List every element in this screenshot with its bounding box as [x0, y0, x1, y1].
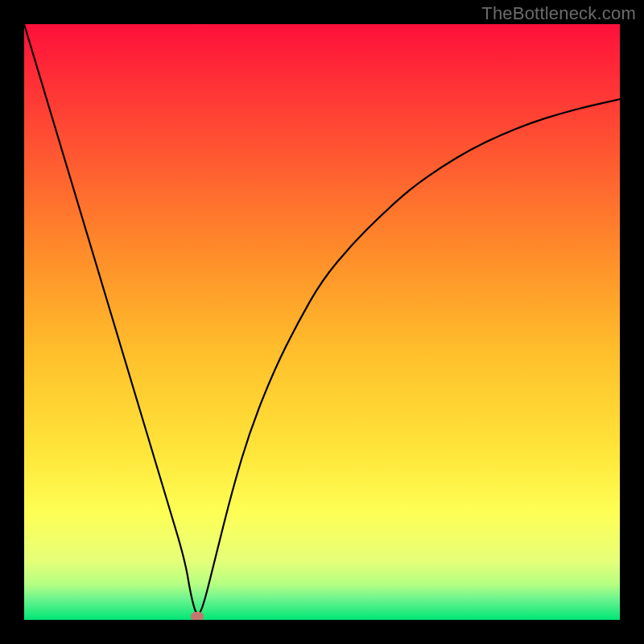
plot-area [24, 24, 620, 620]
plot-svg [24, 24, 620, 620]
cusp-marker [191, 612, 204, 620]
chart-frame: TheBottleneck.com [0, 0, 644, 644]
watermark-text: TheBottleneck.com [481, 3, 636, 24]
